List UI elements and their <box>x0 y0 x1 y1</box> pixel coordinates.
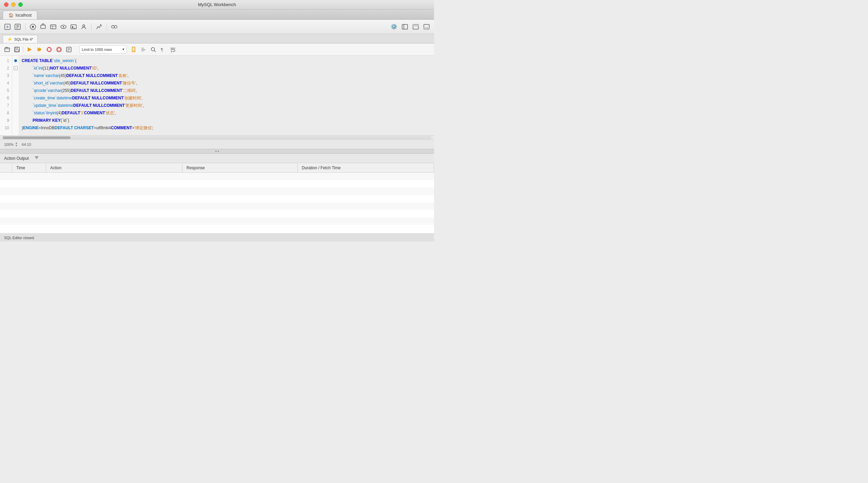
db-tools <box>28 22 88 32</box>
beautify-button[interactable] <box>139 45 148 54</box>
user-button[interactable] <box>79 22 88 32</box>
explain-button[interactable] <box>64 45 73 54</box>
minimize-button[interactable] <box>11 2 16 7</box>
limit-rows-label: Limit to 1000 rows <box>82 47 112 52</box>
svg-marker-24 <box>28 47 32 52</box>
col-header-num <box>0 163 12 172</box>
zoom-arrows[interactable]: ▲ ▼ <box>15 142 18 147</box>
new-schema-button[interactable] <box>3 22 12 32</box>
scrollbar-track <box>3 136 431 139</box>
code-line-1: CREATE TABLE `site_weixin` ( <box>22 57 434 64</box>
svg-rect-14 <box>402 24 408 29</box>
panel-divider[interactable] <box>0 149 434 154</box>
home-icon: 🏠 <box>8 13 14 18</box>
word-wrap-button[interactable] <box>169 45 177 54</box>
code-line-4: `short_id` varchar(45) DEFAULT NULL COMM… <box>22 79 434 87</box>
traffic-lights <box>4 2 23 7</box>
svg-rect-10 <box>71 25 76 29</box>
output-rows <box>0 173 434 233</box>
output-sort-button[interactable] <box>34 155 39 161</box>
scrollbar-thumb[interactable] <box>3 136 71 139</box>
output-table-header: Time Action Response Duration / Fetch Ti… <box>0 163 434 173</box>
svg-point-9 <box>63 26 64 27</box>
manage-connections-button[interactable] <box>28 22 38 32</box>
breakpoint-dot[interactable] <box>14 59 17 62</box>
svg-rect-20 <box>5 48 9 52</box>
output-row-even <box>0 202 434 210</box>
svg-line-33 <box>154 51 156 52</box>
output-toggle-button[interactable] <box>422 22 431 32</box>
svg-point-32 <box>151 47 155 51</box>
open-file-button[interactable] <box>3 45 12 54</box>
collapse-button[interactable]: − <box>14 66 18 70</box>
gutter: − <box>12 56 19 135</box>
gutter-row: − <box>12 64 19 72</box>
sql-tabbar: ⚡ SQL File 4* <box>0 34 434 43</box>
output-row-odd <box>0 210 434 217</box>
limit-rows-select[interactable]: Limit to 1000 rows ▾ <box>79 45 127 54</box>
view-button[interactable] <box>59 22 68 32</box>
save-script-button[interactable] <box>13 45 21 54</box>
sep-btn1 <box>23 46 23 53</box>
invisible-chars-button[interactable]: ¶ <box>159 45 167 54</box>
svg-point-12 <box>112 25 114 28</box>
code-line-2: `id` int(11) NOT NULL COMMENT 'ID', <box>22 64 434 72</box>
gutter-row <box>12 57 19 64</box>
editor-main: 1 2 3 4 5 6 7 8 9 10 − <box>0 56 434 135</box>
col-header-time: Time <box>12 163 46 172</box>
table-button[interactable] <box>48 22 58 32</box>
close-button[interactable] <box>4 2 8 7</box>
window-title: MySQL Workbench <box>198 2 236 7</box>
code-line-8: `status` tinyint(4) DEFAULT '1' COMMENT … <box>22 109 434 117</box>
sep2 <box>91 23 92 31</box>
col-header-action: Action <box>46 163 182 172</box>
performance-button[interactable] <box>94 22 104 32</box>
connection-tab-label: localhost <box>16 13 32 18</box>
divider-handle <box>215 151 219 152</box>
output-panel: Action Output Time Action Response <box>0 154 434 233</box>
code-line-7: `update_time` datetime DEFAULT NULL COMM… <box>22 102 434 109</box>
output-header: Action Output <box>0 154 434 163</box>
code-line-9: PRIMARY KEY (`id`) <box>22 117 434 124</box>
svg-rect-19 <box>424 27 429 29</box>
stop-script-button[interactable] <box>55 45 63 54</box>
titlebar: MySQL Workbench <box>0 0 434 9</box>
editor-toolbar: Limit to 1000 rows ▾ ¶ <box>0 43 434 56</box>
secondary-sidebar-button[interactable] <box>411 22 420 32</box>
zoom-control: 100% ▲ ▼ <box>4 142 18 147</box>
stop-button[interactable] <box>45 45 54 54</box>
svg-rect-21 <box>15 47 19 52</box>
svg-point-11 <box>83 25 85 27</box>
code-line-5: `qrcode` varchar(255) DEFAULT NULL COMME… <box>22 87 434 94</box>
connection-tab[interactable]: 🏠 localhost <box>3 11 37 19</box>
bookmark-button[interactable] <box>129 45 138 54</box>
routine-button[interactable] <box>69 22 78 32</box>
create-schema-button[interactable] <box>38 22 48 32</box>
editor-wrapper: 1 2 3 4 5 6 7 8 9 10 − <box>0 56 434 242</box>
output-row-even <box>0 173 434 180</box>
code-line-3: `name` varchar(45) DEFAULT NULL COMMENT … <box>22 72 434 79</box>
code-line-6: `create_time` datetime DEFAULT NULL COMM… <box>22 94 434 102</box>
execute-button[interactable] <box>25 45 34 54</box>
new-query-button[interactable] <box>13 22 22 32</box>
output-header-label: Action Output <box>4 156 29 161</box>
limit-rows-arrow: ▾ <box>122 47 124 52</box>
output-row-odd <box>0 225 434 232</box>
svg-point-29 <box>57 47 61 52</box>
bottom-statusbar: SQL Editor closed <box>0 233 434 242</box>
svg-point-3 <box>32 26 34 28</box>
code-editor[interactable]: CREATE TABLE `site_weixin` ( `id` int(11… <box>19 56 434 135</box>
app-window: MySQL Workbench 🏠 localhost <box>0 0 434 242</box>
output-row-even <box>0 188 434 195</box>
execute-selection-button[interactable] <box>35 45 44 54</box>
maximize-button[interactable] <box>18 2 23 7</box>
sql-tab-icon: ⚡ <box>7 37 12 42</box>
migration-button[interactable] <box>110 22 119 32</box>
sql-file-tab[interactable]: ⚡ SQL File 4* <box>3 35 38 43</box>
settings-button[interactable]: ⚙️ <box>389 22 399 32</box>
svg-rect-30 <box>58 48 60 51</box>
sidebar-toggle-button[interactable] <box>400 22 410 32</box>
find-button[interactable] <box>149 45 158 54</box>
horizontal-scrollbar[interactable] <box>0 135 434 139</box>
svg-rect-17 <box>413 24 418 26</box>
